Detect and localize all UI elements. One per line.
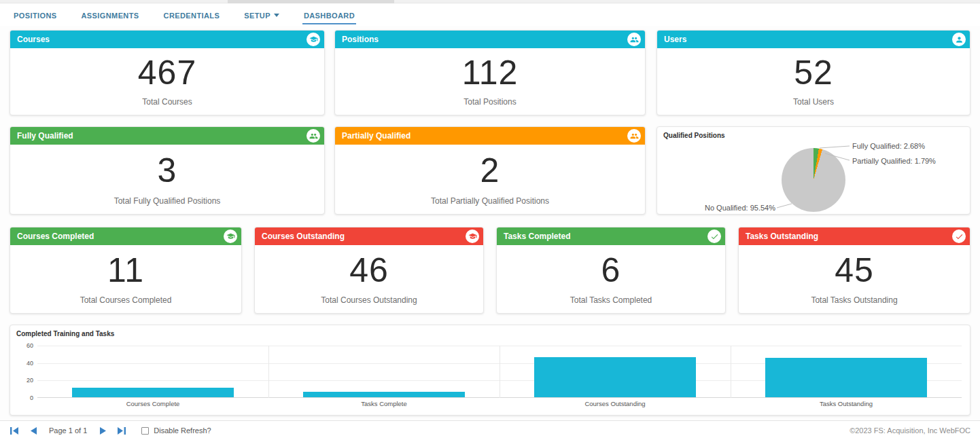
tasks-completed-card: Tasks Completed 6 Total Tasks Completed	[496, 227, 726, 314]
card-body: 46 Total Courses Outstanding	[255, 245, 483, 313]
top-strip	[0, 0, 980, 3]
nav-tab-setup[interactable]: SETUP	[243, 5, 281, 24]
disable-refresh-checkbox[interactable]	[141, 427, 149, 435]
pie-label-no-qualified: No Qualified: 95.54%	[705, 204, 775, 212]
completed-training-chart-card: Completed Training and Tasks 0204060Cour…	[10, 325, 970, 416]
partially-qualified-caption: Total Partially Qualified Positions	[431, 196, 549, 206]
x-axis-label: Tasks Outstanding	[820, 400, 873, 407]
main-nav: POSITIONS ASSIGNMENTS CREDENTIALS SETUP …	[0, 4, 980, 26]
courses-outstanding-card: Courses Outstanding 46 Total Courses Out…	[254, 227, 484, 314]
tasks-outstanding-card-header: Tasks Outstanding	[739, 227, 970, 245]
positions-card: Positions 112 Total Positions	[334, 30, 646, 115]
positions-card-header: Positions	[335, 31, 645, 48]
users-caption: Total Users	[793, 97, 834, 107]
users-card: Users 52 Total Users	[657, 30, 970, 115]
courses-outstanding-total-value: 46	[349, 245, 389, 295]
completed-training-bar-chart: 0204060Courses CompleteTasks CompleteCou…	[37, 346, 962, 398]
last-page-button[interactable]	[117, 426, 126, 435]
tasks-completed-caption: Total Tasks Completed	[570, 295, 652, 305]
nav-tab-credentials[interactable]: CREDENTIALS	[162, 5, 222, 24]
bar-chart-title: Completed Training and Tasks	[16, 330, 114, 337]
users-card-header: Users	[657, 31, 970, 48]
bar-tasks-complete[interactable]	[303, 392, 465, 397]
card-body: 2 Total Partially Qualified Positions	[335, 145, 645, 214]
graduation-cap-icon	[224, 230, 237, 243]
nav-tab-dashboard[interactable]: DASHBOARD	[302, 5, 356, 24]
pie-callout-lines	[657, 127, 970, 214]
graduation-cap-icon	[307, 33, 320, 46]
tasks-outstanding-card: Tasks Outstanding 45 Total Tasks Outstan…	[738, 227, 970, 314]
card-title: Courses Outstanding	[262, 232, 345, 241]
person-icon	[952, 33, 966, 46]
y-axis-tick: 60	[27, 342, 33, 349]
card-body: 3 Total Fully Qualified Positions	[10, 145, 324, 214]
qualified-positions-pie-card: Qualified Positions Fully Qualified: 2.6…	[657, 126, 970, 215]
check-icon	[707, 230, 721, 243]
stats-row-1: Courses 467 Total Courses Positions 112 …	[0, 30, 980, 115]
courses-completed-total-value: 11	[107, 245, 144, 295]
card-title: Users	[664, 35, 686, 44]
fully-qualified-total-value: 3	[158, 145, 177, 196]
partially-qualified-total-value: 2	[480, 145, 500, 196]
card-title: Courses Completed	[17, 232, 94, 241]
nav-tab-setup-label: SETUP	[244, 12, 270, 20]
people-icon	[627, 33, 641, 46]
disable-refresh-control[interactable]: Disable Refresh?	[141, 426, 211, 435]
x-axis-label: Tasks Complete	[361, 400, 407, 407]
card-body: 11 Total Courses Completed	[10, 245, 241, 313]
y-axis-tick: 0	[30, 395, 33, 401]
card-body: 112 Total Positions	[335, 48, 645, 115]
courses-outstanding-caption: Total Courses Outstanding	[321, 295, 417, 305]
courses-total-value: 467	[138, 48, 196, 97]
card-body: 45 Total Tasks Outstanding	[739, 245, 970, 313]
next-page-button[interactable]	[98, 426, 107, 435]
card-body: 6 Total Tasks Completed	[497, 245, 725, 313]
fully-qualified-caption: Total Fully Qualified Positions	[114, 196, 221, 206]
fully-qualified-card: Fully Qualified 3 Total Fully Qualified …	[10, 126, 325, 215]
x-axis-label: Courses Outstanding	[584, 400, 645, 407]
courses-card-header: Courses	[10, 31, 324, 48]
courses-caption: Total Courses	[142, 97, 192, 107]
nav-tab-positions[interactable]: POSITIONS	[12, 5, 58, 24]
tasks-outstanding-caption: Total Tasks Outstanding	[811, 295, 897, 305]
x-axis-label: Courses Complete	[126, 400, 180, 407]
footer-bar: Page 1 of 1 Disable Refresh? ©2023 FS: A…	[0, 420, 980, 440]
bar-courses-outstanding[interactable]	[534, 357, 696, 397]
positions-caption: Total Positions	[463, 97, 516, 107]
stats-row-2: Fully Qualified 3 Total Fully Qualified …	[0, 126, 980, 215]
nav-tab-assignments[interactable]: ASSIGNMENTS	[80, 5, 141, 24]
bar-tasks-outstanding[interactable]	[765, 358, 927, 397]
check-icon	[952, 230, 966, 243]
users-total-value: 52	[794, 48, 833, 97]
card-title: Positions	[342, 35, 379, 44]
card-title: Courses	[17, 35, 50, 44]
pagination: Page 1 of 1	[10, 426, 126, 435]
graduation-cap-icon	[466, 230, 479, 243]
partially-qualified-card-header: Partially Qualified	[335, 127, 645, 145]
bar-courses-complete[interactable]	[72, 388, 234, 397]
dashboard-page: POSITIONS ASSIGNMENTS CREDENTIALS SETUP …	[0, 0, 980, 440]
card-body: 467 Total Courses	[10, 48, 324, 115]
positions-total-value: 112	[462, 48, 519, 97]
tasks-completed-card-header: Tasks Completed	[497, 227, 725, 245]
caret-down-icon	[274, 14, 279, 17]
stats-row-3: Courses Completed 11 Total Courses Compl…	[0, 227, 980, 314]
pie-label-fully-qualified: Fully Qualified: 2.68%	[852, 142, 925, 150]
card-title: Tasks Completed	[504, 232, 570, 241]
people-icon	[307, 129, 320, 143]
card-title: Tasks Outstanding	[746, 232, 818, 241]
previous-page-button[interactable]	[29, 426, 38, 435]
pie-label-partially-qualified: Partially Qualified: 1.79%	[852, 157, 936, 165]
people-icon	[627, 129, 641, 143]
courses-card: Courses 467 Total Courses	[10, 30, 325, 115]
first-page-button[interactable]	[10, 426, 19, 435]
disable-refresh-label: Disable Refresh?	[154, 426, 211, 435]
tasks-completed-total-value: 6	[601, 245, 621, 295]
page-indicator: Page 1 of 1	[49, 426, 87, 435]
fully-qualified-card-header: Fully Qualified	[10, 127, 324, 145]
y-axis-tick: 20	[27, 377, 33, 384]
courses-outstanding-card-header: Courses Outstanding	[255, 227, 483, 245]
card-body: 52 Total Users	[657, 48, 970, 115]
courses-completed-caption: Total Courses Completed	[80, 295, 172, 305]
card-title: Fully Qualified	[17, 131, 73, 141]
